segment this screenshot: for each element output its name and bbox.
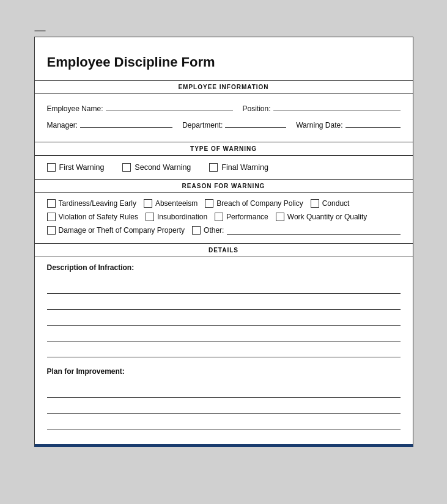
insubordination-option[interactable]: Insubordination	[146, 213, 207, 221]
form-container: — Employee Discipline Form EMPLOYEE INFO…	[34, 37, 413, 447]
other-label: Other:	[204, 226, 224, 235]
warning-type-header: TYPE OF WARNING	[35, 142, 413, 156]
manager-line[interactable]	[80, 119, 172, 128]
other-checkbox[interactable]	[192, 226, 201, 235]
title-section: Employee Discipline Form	[35, 37, 413, 80]
second-warning-option[interactable]: Second Warning	[122, 163, 191, 172]
insubordination-checkbox[interactable]	[146, 213, 154, 221]
safety-label: Violation of Safety Rules	[59, 213, 139, 221]
second-warning-label: Second Warning	[135, 163, 191, 172]
reason-row-2: Violation of Safety Rules Insubordinatio…	[47, 213, 401, 221]
work-quantity-checkbox[interactable]	[276, 213, 284, 221]
manager-label: Manager:	[47, 121, 78, 130]
second-warning-checkbox[interactable]	[122, 163, 131, 172]
breach-label: Breach of Company Policy	[216, 199, 303, 208]
tardiness-option[interactable]: Tardiness/Leaving Early	[47, 199, 136, 208]
details-header: DETAILS	[35, 243, 413, 257]
description-label: Description of Infraction:	[47, 263, 401, 272]
performance-option[interactable]: Performance	[215, 213, 268, 221]
first-warning-option[interactable]: First Warning	[47, 163, 105, 172]
first-warning-checkbox[interactable]	[47, 163, 56, 172]
final-warning-checkbox[interactable]	[209, 163, 218, 172]
department-line[interactable]	[225, 119, 286, 128]
plan-line-3[interactable]	[47, 416, 401, 429]
description-line-3[interactable]	[47, 312, 401, 326]
manager-dept-row: Manager: Department: Warning Date:	[47, 119, 401, 130]
details-section: Description of Infraction: Plan for Impr…	[35, 257, 413, 429]
other-line[interactable]	[227, 226, 400, 235]
department-label: Department:	[182, 121, 223, 130]
conduct-option[interactable]: Conduct	[311, 199, 350, 208]
final-warning-option[interactable]: Final Warning	[209, 163, 268, 172]
tardiness-label: Tardiness/Leaving Early	[59, 199, 136, 208]
safety-option[interactable]: Violation of Safety Rules	[47, 213, 139, 221]
first-warning-label: First Warning	[59, 163, 105, 172]
reason-row-3: Damage or Theft of Company Property Othe…	[47, 226, 401, 235]
reason-header: REASON FOR WARNING	[35, 179, 413, 193]
insubordination-label: Insubordination	[157, 213, 207, 221]
performance-label: Performance	[226, 213, 268, 221]
employee-name-label: Employee Name:	[47, 104, 103, 113]
conduct-checkbox[interactable]	[311, 199, 319, 208]
name-position-row: Employee Name: Position:	[47, 103, 401, 113]
form-title: Employee Discipline Form	[47, 54, 401, 70]
absenteeism-option[interactable]: Absenteeism	[144, 199, 198, 208]
work-quantity-label: Work Quantity or Quality	[287, 213, 368, 221]
plan-label: Plan for Improvement:	[47, 367, 401, 376]
employee-info-section: Employee Name: Position: Manager: Depart…	[35, 94, 413, 142]
tardiness-checkbox[interactable]	[47, 199, 56, 208]
description-line-4[interactable]	[47, 328, 401, 341]
damage-option[interactable]: Damage or Theft of Company Property	[47, 226, 185, 235]
safety-checkbox[interactable]	[47, 213, 56, 221]
reason-row-1: Tardiness/Leaving Early Absenteeism Brea…	[47, 199, 401, 208]
breach-option[interactable]: Breach of Company Policy	[205, 199, 303, 208]
warning-type-section: First Warning Second Warning Final Warni…	[35, 156, 413, 179]
warning-date-label: Warning Date:	[296, 121, 342, 130]
plan-line-2[interactable]	[47, 400, 401, 414]
position-label: Position:	[243, 104, 271, 113]
absenteeism-label: Absenteeism	[155, 199, 198, 208]
work-quantity-option[interactable]: Work Quantity or Quality	[276, 213, 368, 221]
damage-label: Damage or Theft of Company Property	[59, 226, 185, 235]
reason-grid: Tardiness/Leaving Early Absenteeism Brea…	[47, 199, 401, 235]
employee-name-line[interactable]	[106, 103, 233, 111]
minimize-bar[interactable]: —	[35, 24, 46, 37]
employee-info-header: EMPLOYEE INFORMATION	[35, 80, 413, 94]
breach-checkbox[interactable]	[205, 199, 213, 208]
description-line-5[interactable]	[47, 344, 401, 357]
position-line[interactable]	[273, 103, 401, 111]
warning-date-line[interactable]	[345, 119, 401, 128]
absenteeism-checkbox[interactable]	[144, 199, 152, 208]
damage-checkbox[interactable]	[47, 226, 56, 235]
description-line-1[interactable]	[47, 280, 401, 294]
reason-section: Tardiness/Leaving Early Absenteeism Brea…	[35, 193, 413, 243]
other-option[interactable]: Other:	[192, 226, 400, 235]
conduct-label: Conduct	[322, 199, 350, 208]
plan-line-1[interactable]	[47, 384, 401, 398]
final-warning-label: Final Warning	[221, 163, 268, 172]
description-line-2[interactable]	[47, 296, 401, 310]
performance-checkbox[interactable]	[215, 213, 223, 221]
